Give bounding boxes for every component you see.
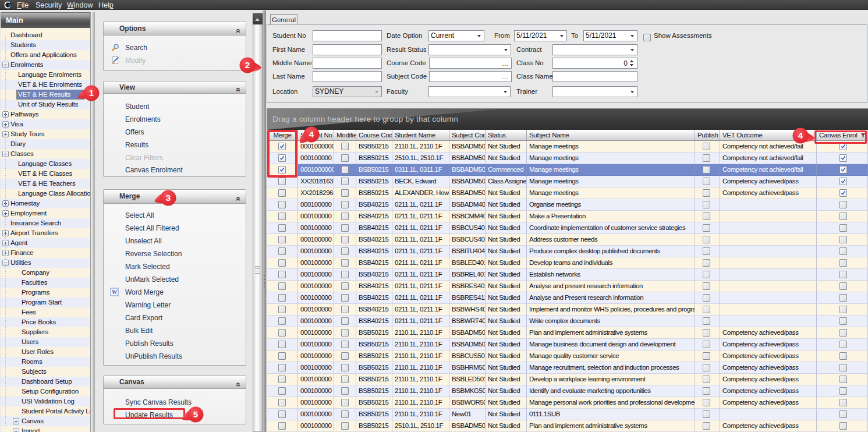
svg-text:4: 4 [309,129,314,139]
svg-text:5: 5 [193,409,198,419]
svg-text:3: 3 [166,193,171,203]
svg-text:1: 1 [89,88,94,98]
svg-text:2: 2 [245,60,250,70]
svg-text:4: 4 [798,130,803,140]
svg-text:W: W [112,289,118,295]
